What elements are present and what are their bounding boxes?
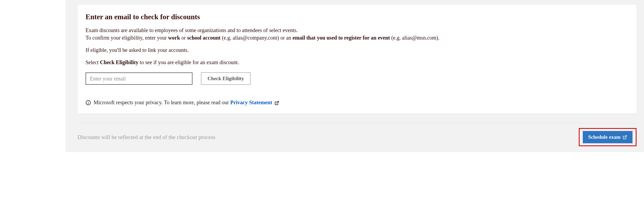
desc2-work: work (168, 35, 180, 41)
footer-row: Discounts will be reflected at the end o… (78, 123, 637, 146)
desc-line-3: If eligible, you'll be asked to link you… (86, 46, 628, 54)
description-block-1: Exam discounts are available to employee… (86, 26, 628, 41)
desc4-post: to see if you are eligible for an exam d… (138, 59, 239, 65)
description-block-2: If eligible, you'll be asked to link you… (86, 46, 628, 54)
input-row: Check Eligibility (86, 72, 628, 85)
check-eligibility-button[interactable]: Check Eligibility (201, 72, 250, 85)
svg-line-3 (276, 101, 279, 103)
desc4-bold: Check Eligibility (100, 59, 138, 65)
desc2-eg1: (e.g. alias@company.com) or an (221, 35, 292, 41)
privacy-row: Microsoft respects your privacy. To lear… (86, 99, 628, 106)
privacy-text: Microsoft respects your privacy. To lear… (94, 99, 230, 105)
desc2-school: school account (187, 35, 221, 41)
discount-card: Enter an email to check for discounts Ex… (78, 5, 637, 114)
email-input[interactable] (86, 72, 192, 85)
schedule-exam-label: Schedule exam (588, 134, 620, 140)
footer-note: Discounts will be reflected at the end o… (78, 134, 215, 141)
desc4-pre: Select (86, 59, 100, 65)
schedule-highlight-box: Schedule exam (579, 128, 637, 146)
desc2-pre: To confirm your eligibility, enter your (86, 35, 168, 41)
desc-line-2: To confirm your eligibility, enter your … (86, 34, 628, 41)
desc2-evt: email that you used to register for an e… (292, 35, 390, 41)
svg-point-2 (88, 101, 88, 102)
card-title: Enter an email to check for discounts (86, 13, 628, 21)
external-link-icon (623, 135, 627, 140)
svg-line-4 (624, 136, 627, 138)
desc2-eg2: (e.g. alias@msn.com). (390, 35, 439, 41)
desc2-or: or (180, 35, 187, 41)
desc-line-4: Select Check Eligibility to see if you a… (86, 59, 628, 66)
main-panel: Enter an email to check for discounts Ex… (65, 0, 644, 152)
info-icon (86, 100, 91, 105)
external-link-icon (275, 101, 279, 105)
privacy-statement-link[interactable]: Privacy Statement (230, 99, 272, 105)
privacy-text-wrapper: Microsoft respects your privacy. To lear… (94, 99, 279, 106)
schedule-exam-button[interactable]: Schedule exam (583, 131, 633, 143)
description-block-3: Select Check Eligibility to see if you a… (86, 59, 628, 66)
desc-line-1: Exam discounts are available to employee… (86, 26, 628, 34)
